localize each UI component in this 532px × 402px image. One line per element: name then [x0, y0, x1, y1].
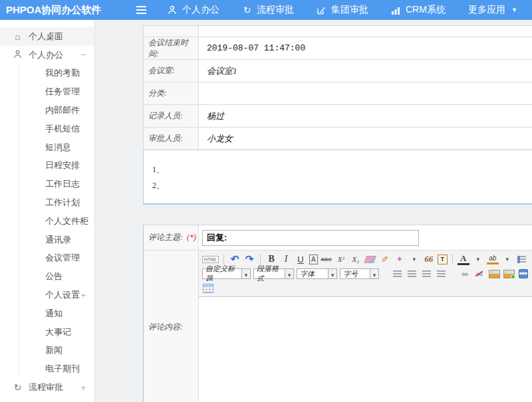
sidebar-item-personal-office[interactable]: 个人办公 − — [0, 46, 94, 64]
sidebar-item-announcement[interactable]: 公告 — [0, 267, 94, 286]
unlink-button[interactable] — [473, 268, 485, 280]
nav-group-approval[interactable]: 集团审批 — [317, 4, 368, 16]
highlight-color-button[interactable]: ab — [487, 254, 499, 264]
caret-down-icon[interactable] — [370, 268, 379, 279]
hamburger-menu-icon[interactable] — [136, 9, 146, 11]
quick-format-button[interactable] — [394, 253, 406, 265]
font-size-select[interactable]: 字号 — [340, 268, 379, 279]
sidebar-item-label: 新闻 — [45, 344, 63, 356]
sidebar-item-notice[interactable]: 通知 — [0, 304, 94, 323]
comment-subject-input[interactable] — [202, 230, 419, 246]
expand-toggle[interactable]: + — [80, 290, 86, 300]
paragraph-format-select[interactable]: 段落格式 — [253, 268, 294, 279]
sidebar-item-label: 通讯录 — [45, 234, 71, 246]
sidebar-item-desktop[interactable]: ⌂ 个人桌面 — [0, 27, 94, 46]
font-family-select[interactable]: 字体 — [297, 268, 337, 279]
font-color-button[interactable]: A — [458, 254, 469, 265]
insert-table-button[interactable] — [202, 282, 214, 294]
meeting-notes-box: 1、 2、 — [143, 150, 532, 205]
redo-button[interactable] — [243, 253, 255, 265]
align-left-button[interactable] — [391, 268, 403, 280]
nav-more-apps[interactable]: 更多应用 ▼ — [468, 4, 517, 16]
sidebar-item-news[interactable]: 新闻 — [0, 342, 94, 360]
sidebar-item-label: 个人桌面 — [29, 31, 63, 43]
sidebar-item-label: 工作日志 — [45, 178, 80, 190]
paragraph-select-value: 段落格式 — [253, 268, 285, 279]
sidebar-item-e-journal[interactable]: 电子期刊 — [0, 359, 94, 378]
note-line: 2、 — [152, 177, 532, 193]
comment-content-row: 评论内容: HTML B I U A ABC X² — [144, 251, 532, 402]
caret-down-icon[interactable] — [472, 253, 484, 265]
strikethrough-button[interactable]: ABC — [321, 253, 332, 265]
edit-icon — [317, 5, 327, 15]
table-row: 会议结束时间: 2019-08-07 11:47:00 — [144, 37, 532, 60]
caret-down-icon[interactable] — [285, 268, 294, 279]
nav-crm-system[interactable]: CRM系统 — [391, 4, 446, 16]
nav-label: CRM系统 — [406, 4, 446, 16]
sidebar-item-label: 任务管理 — [45, 86, 80, 98]
cycle-icon: ↻ — [13, 383, 23, 392]
toolbar-separator — [452, 254, 453, 264]
html-source-button[interactable]: HTML — [202, 256, 219, 263]
eraser-button[interactable] — [364, 253, 376, 265]
comment-subject-row: 评论主题: (*) — [144, 225, 532, 251]
row-label-cell: 记录人员: — [144, 105, 199, 127]
media-button[interactable] — [517, 268, 529, 280]
ordered-list-icon — [517, 256, 526, 263]
align-left-icon — [393, 270, 402, 278]
underline-button[interactable]: U — [295, 253, 307, 265]
sidebar-item-workflow-approval[interactable]: ↻ 流程审批 + — [0, 378, 94, 397]
link-button[interactable] — [459, 268, 471, 280]
ordered-list-button[interactable] — [516, 253, 528, 265]
sidebar-item-short-message[interactable]: 短消息 — [0, 138, 94, 157]
font-border-button[interactable]: A — [309, 254, 318, 264]
paste-as-text-button[interactable]: T — [438, 254, 448, 264]
expand-toggle[interactable]: + — [80, 383, 86, 393]
editor-toolbar-row-2: 自定义标题 段落格式 字体 字号 — [199, 266, 532, 281]
subscript-button[interactable]: X₂ — [350, 253, 362, 265]
table-row: 审批人员: 小龙女 — [144, 128, 532, 150]
sidebar-item-contacts[interactable]: 通讯录 — [0, 231, 94, 249]
caret-down-icon[interactable] — [501, 253, 513, 265]
sidebar-item-personal-settings[interactable]: 个人设置 + — [0, 286, 94, 304]
superscript-button[interactable]: X² — [335, 253, 347, 265]
sidebar-item-schedule[interactable]: 日程安排 — [0, 157, 94, 175]
sidebar-item-meeting-management[interactable]: 会议管理 — [0, 249, 94, 268]
caret-down-icon[interactable] — [329, 268, 337, 279]
font-size-select-value: 字号 — [340, 268, 370, 279]
rich-text-editor: HTML B I U A ABC X² X₂ — [199, 251, 532, 402]
image-button[interactable] — [488, 268, 500, 280]
align-center-button[interactable] — [406, 268, 418, 280]
comment-form-table: 评论主题: (*) 评论内容: HTML — [143, 225, 532, 402]
sidebar-item-file-cabinet[interactable]: 个人文件柜 — [0, 212, 94, 231]
sidebar-item-internal-mail[interactable]: 内部邮件 — [0, 101, 94, 120]
sidebar-item-label: 我的考勤 — [45, 67, 80, 79]
app-window: PHPOA协同办公软件 个人办公 ↻ 流程审批 集团审批 — [0, 0, 532, 402]
nav-workflow-approval[interactable]: ↻ 流程审批 — [242, 4, 294, 16]
sidebar-item-tasks[interactable]: 任务管理 — [0, 82, 94, 101]
sidebar-item-work-log[interactable]: 工作日志 — [0, 175, 94, 193]
row-label-cell — [144, 26, 199, 37]
justify-icon — [437, 270, 446, 278]
caret-down-icon[interactable] — [242, 268, 251, 279]
blockquote-button[interactable]: 66 — [423, 253, 435, 265]
top-navigation: 个人办公 ↻ 流程审批 集团审批 CRM系统 更多应用 ▼ — [168, 4, 517, 16]
sidebar-item-label: 手机短信 — [45, 123, 80, 135]
heading-select[interactable]: 自定义标题 — [202, 268, 251, 279]
sidebar-item-attendance[interactable]: 我的考勤 — [0, 64, 94, 83]
sidebar-item-events[interactable]: 大事记 — [0, 323, 94, 342]
align-right-button[interactable] — [420, 268, 432, 280]
caret-down-icon[interactable] — [408, 253, 420, 265]
sidebar-item-sms[interactable]: 手机短信 — [0, 120, 94, 138]
editor-content-area[interactable] — [199, 297, 532, 402]
justify-button[interactable] — [435, 268, 447, 280]
nav-personal-office[interactable]: 个人办公 — [168, 4, 219, 16]
format-brush-button[interactable] — [379, 253, 391, 265]
sidebar-item-work-plan[interactable]: 工作计划 — [0, 193, 94, 212]
multi-image-button[interactable] — [503, 268, 515, 280]
sidebar-item-label: 大事记 — [45, 326, 71, 338]
align-right-icon — [422, 270, 431, 278]
collapse-toggle[interactable]: − — [80, 50, 86, 60]
align-center-icon — [408, 270, 416, 278]
comment-content-label: 评论内容: — [148, 322, 183, 333]
